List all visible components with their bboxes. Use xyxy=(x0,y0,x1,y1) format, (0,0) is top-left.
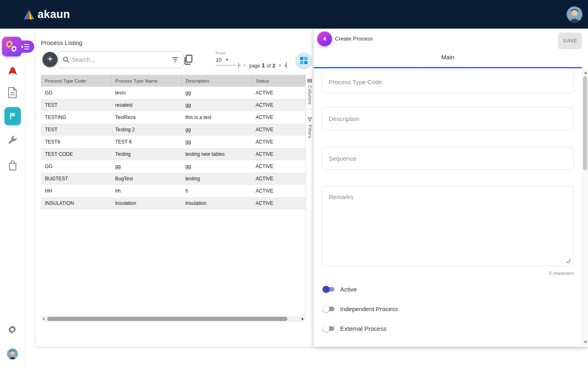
column-header[interactable]: Status xyxy=(252,75,305,87)
sequence-field[interactable] xyxy=(322,147,573,169)
table-row[interactable]: GGggggACTIVE xyxy=(41,160,305,173)
brand-logo[interactable]: akaun xyxy=(24,8,70,21)
table-row[interactable]: INSULATIONInsulationInsulationACTIVE xyxy=(41,197,305,209)
brand-triangle-icon xyxy=(24,9,34,19)
last-page-button[interactable]: ›| xyxy=(284,62,287,68)
external-process-toggle-label: External Process xyxy=(340,325,386,332)
scroll-left-icon[interactable] xyxy=(42,318,45,320)
user-avatar[interactable] xyxy=(567,7,582,22)
sidebar-item-settings[interactable] xyxy=(7,325,17,334)
sidebar-profile-avatar[interactable] xyxy=(7,348,18,359)
add-process-button[interactable]: + xyxy=(42,52,58,67)
sidebar-expand-button[interactable] xyxy=(16,40,34,53)
app-root: akaun xyxy=(0,0,588,368)
table-cell: GG xyxy=(41,160,111,173)
current-page: 1 xyxy=(262,62,265,69)
back-arrow-icon xyxy=(321,36,328,42)
funnel-icon xyxy=(307,117,312,122)
rows-per-page-select[interactable]: Rows 10 xyxy=(216,51,236,65)
process-type-code-field-wrap xyxy=(322,70,574,93)
table-cell: Testing 2 xyxy=(111,123,181,136)
pdf-icon xyxy=(7,65,18,76)
resize-handle-icon[interactable] xyxy=(566,259,571,263)
process-type-code-field[interactable] xyxy=(322,71,573,93)
table-row[interactable]: TESTTesting 2ggACTIVE xyxy=(41,123,305,136)
sidebar-item-documents[interactable] xyxy=(7,87,18,99)
table-row[interactable]: TEST CODETestingtesting new tablesACTIVE xyxy=(41,148,305,160)
table-cell: INSULATION xyxy=(41,197,111,209)
table-cell: BugTest xyxy=(111,173,181,185)
first-page-button[interactable]: |‹ xyxy=(238,62,240,68)
column-header[interactable]: Process Type Code xyxy=(41,75,111,87)
active-toggle[interactable] xyxy=(323,286,335,293)
copy-icon xyxy=(183,54,193,65)
sidebar-item-process-active[interactable] xyxy=(4,107,21,125)
table-cell: gg xyxy=(181,136,252,148)
independent-process-toggle[interactable] xyxy=(323,305,335,312)
table-row[interactable]: TESTresatestggACTIVE xyxy=(41,99,305,111)
sidebar-item-tools[interactable] xyxy=(7,135,18,146)
independent-process-toggle-label: Independent Process xyxy=(340,305,398,312)
vertical-scrollbar[interactable] xyxy=(582,70,588,346)
table-row[interactable]: TEST6TEST 6ggACTIVE xyxy=(41,136,305,148)
toggle-row-external: External Process xyxy=(323,323,386,334)
sidebar-item-pdf[interactable] xyxy=(7,65,18,77)
table-row[interactable]: TESTINGTestRezathis is a testACTIVE xyxy=(41,111,305,123)
rows-label: Rows xyxy=(216,51,236,55)
page-indicator: page 1 of 2 xyxy=(249,62,275,69)
table-cell: ACTIVE xyxy=(252,160,305,173)
table-cell: HH xyxy=(41,185,111,197)
table-cell: resatest xyxy=(111,99,181,111)
external-process-toggle[interactable] xyxy=(323,325,335,332)
column-header[interactable]: Process Type Name xyxy=(111,75,181,87)
bag-icon xyxy=(8,160,18,171)
scroll-right-icon[interactable] xyxy=(302,318,304,320)
duplicate-view-button[interactable] xyxy=(183,54,194,65)
filter-list-button[interactable] xyxy=(172,57,179,63)
table-cell: ACTIVE xyxy=(252,87,305,99)
back-button[interactable] xyxy=(317,31,332,46)
horizontal-scrollbar[interactable] xyxy=(41,316,305,322)
horizontal-scroll-thumb[interactable] xyxy=(47,317,287,321)
toggle-row-independent: Independent Process xyxy=(323,303,398,314)
table-row[interactable]: HHhhhACTIVE xyxy=(41,185,305,197)
table-cell: ACTIVE xyxy=(252,99,305,111)
columns-control[interactable]: Columns xyxy=(306,75,314,105)
sidebar-item-products[interactable] xyxy=(8,159,18,171)
table-row[interactable]: BUGTESTBugTesttestingACTIVE xyxy=(41,173,305,185)
search-box xyxy=(58,51,183,68)
tab-main[interactable]: Main xyxy=(314,54,582,61)
document-icon xyxy=(7,87,18,99)
description-field[interactable] xyxy=(322,108,573,130)
table-cell: BUGTEST xyxy=(41,173,111,185)
remarks-field[interactable] xyxy=(322,186,573,266)
table-cell: gg xyxy=(181,160,252,173)
toggle-knob xyxy=(323,325,330,332)
table-cell: TEST xyxy=(41,123,111,136)
next-page-button[interactable]: › xyxy=(279,62,281,68)
sidebar xyxy=(0,29,25,368)
toggle-row-active: Active xyxy=(323,284,357,294)
strip-divider xyxy=(307,109,313,109)
settings-gear-icon xyxy=(7,325,17,334)
table-cell: ACTIVE xyxy=(252,136,305,148)
scroll-up-icon[interactable] xyxy=(584,72,587,74)
vertical-scroll-thumb[interactable] xyxy=(583,76,587,170)
pagination: |‹ ‹ page 1 of 2 › ›| xyxy=(238,60,287,70)
table-cell: ACTIVE xyxy=(252,185,305,197)
prev-page-button[interactable]: ‹ xyxy=(244,62,245,68)
table-cell: hh xyxy=(111,185,181,197)
scroll-down-icon[interactable] xyxy=(584,341,587,343)
grid-view-button[interactable] xyxy=(296,53,312,68)
description-field-wrap xyxy=(322,107,574,130)
page-word: page xyxy=(249,63,260,69)
table-row[interactable]: GGtesrsggACTIVE xyxy=(41,87,305,99)
user-avatar-image xyxy=(567,7,582,22)
save-button[interactable]: SAVE xyxy=(559,33,581,48)
column-header[interactable]: Description xyxy=(181,75,252,87)
search-input[interactable] xyxy=(72,56,169,63)
table-cell: TEST CODE xyxy=(41,148,111,160)
wrench-icon xyxy=(7,135,18,146)
table-cell: TEST 6 xyxy=(111,136,181,148)
filters-control[interactable]: Filters xyxy=(306,113,314,138)
